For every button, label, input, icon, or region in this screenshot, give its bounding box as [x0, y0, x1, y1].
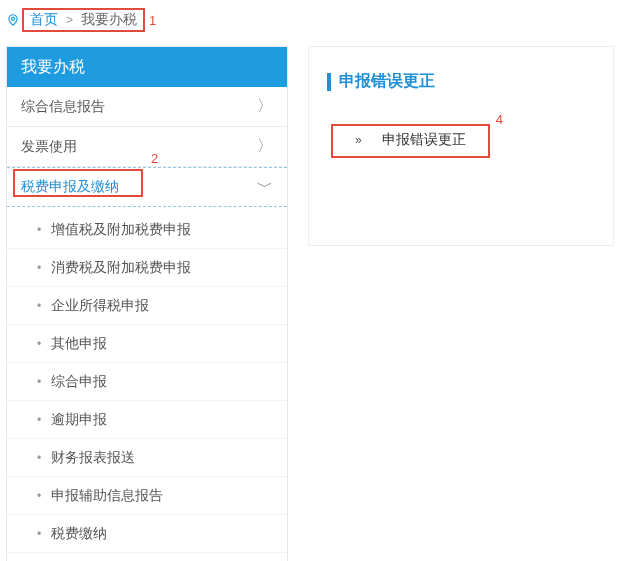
sidebar-item-invoice[interactable]: 发票使用 〉 — [7, 127, 287, 167]
sidebar-item-label: 税费申报及缴纳 — [21, 178, 119, 196]
main-panel: 申报错误更正 » 申报错误更正 4 — [308, 46, 614, 246]
bullet-icon: • — [37, 261, 41, 275]
sidebar-sublist: •增值税及附加税费申报 •消费税及附加税费申报 •企业所得税申报 •其他申报 •… — [7, 207, 287, 561]
bullet-icon: • — [37, 299, 41, 313]
sidebar-item-label: 综合信息报告 — [21, 98, 105, 116]
heading-bar-icon — [327, 73, 331, 91]
breadcrumb-current: 我要办税 — [81, 11, 137, 29]
sidebar-subitem[interactable]: •消费税及附加税费申报 — [7, 249, 287, 287]
bullet-icon: • — [37, 489, 41, 503]
sidebar-subitem-label: 综合申报 — [51, 373, 107, 391]
sidebar-subitem-label: 财务报表报送 — [51, 449, 135, 467]
sidebar-subitem-label: 企业所得税申报 — [51, 297, 149, 315]
sidebar-item-info-report[interactable]: 综合信息报告 〉 — [7, 87, 287, 127]
annotation-4: 4 — [496, 112, 503, 127]
bullet-icon: • — [37, 337, 41, 351]
sidebar-subitem[interactable]: •企业所得税申报 — [7, 287, 287, 325]
sidebar-title: 我要办税 — [7, 47, 287, 87]
annotation-1: 1 — [149, 13, 156, 28]
sidebar-subitem[interactable]: •税费缴纳 — [7, 515, 287, 553]
chevron-right-icon: > — [66, 13, 73, 27]
main-link-label: 申报错误更正 — [382, 131, 466, 149]
sidebar-subitem[interactable]: •财务报表报送 — [7, 439, 287, 477]
main-heading: 申报错误更正 — [327, 71, 595, 92]
sidebar-subitem[interactable]: •增值税及附加税费申报 — [7, 211, 287, 249]
sidebar-subitem[interactable]: •申报辅助信息报告 — [7, 477, 287, 515]
breadcrumb-highlight-box: 首页 > 我要办税 — [22, 8, 145, 32]
bullet-icon: • — [37, 451, 41, 465]
sidebar-subitem[interactable]: •逾期申报 — [7, 401, 287, 439]
svg-point-0 — [12, 17, 15, 20]
sidebar-item-label: 发票使用 — [21, 138, 77, 156]
bullet-icon: • — [37, 223, 41, 237]
sidebar-subitem-label: 税费缴纳 — [51, 525, 107, 543]
sidebar-item-tax-declare[interactable]: 税费申报及缴纳 ﹀ — [7, 167, 287, 207]
sidebar-subitem[interactable]: •其他申报 — [7, 325, 287, 363]
chevron-right-icon: 〉 — [257, 136, 273, 157]
bullet-icon: • — [37, 375, 41, 389]
sidebar-subitem-label: 消费税及附加税费申报 — [51, 259, 191, 277]
sidebar-subitem-label: 其他申报 — [51, 335, 107, 353]
annotation-2: 2 — [151, 151, 158, 166]
breadcrumb: 首页 > 我要办税 1 — [0, 0, 620, 38]
sidebar-subitem-label: 申报辅助信息报告 — [51, 487, 163, 505]
location-pin-icon — [6, 12, 20, 28]
sidebar: 我要办税 综合信息报告 〉 发票使用 〉 税费申报及缴纳 ﹀ 2 •增值税及附加… — [6, 46, 288, 561]
breadcrumb-home-link[interactable]: 首页 — [30, 11, 58, 29]
sidebar-subitem-label: 增值税及附加税费申报 — [51, 221, 191, 239]
sidebar-subitem-label: 逾期申报 — [51, 411, 107, 429]
double-chevron-icon: » — [355, 133, 362, 147]
main-heading-text: 申报错误更正 — [339, 71, 435, 92]
chevron-right-icon: 〉 — [257, 96, 273, 117]
sidebar-subitem[interactable]: •非税申报 — [7, 553, 287, 561]
bullet-icon: • — [37, 527, 41, 541]
bullet-icon: • — [37, 413, 41, 427]
chevron-down-icon: ﹀ — [257, 177, 273, 198]
sidebar-subitem[interactable]: •综合申报 — [7, 363, 287, 401]
main-link-correction[interactable]: » 申报错误更正 — [331, 124, 490, 158]
